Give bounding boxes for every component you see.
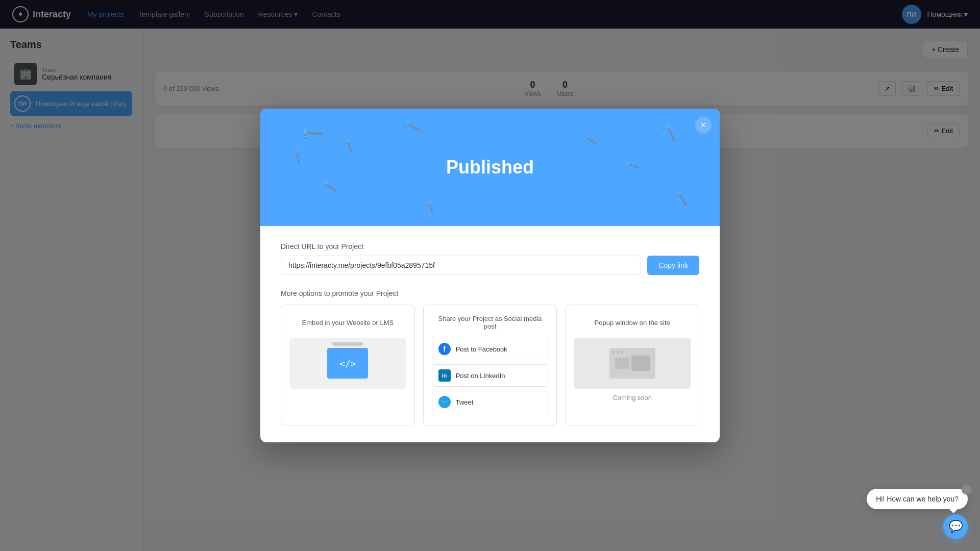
hammer-icon-8: 🔨 bbox=[672, 189, 691, 207]
hammer-icon-5: 🔨 bbox=[321, 179, 338, 196]
promote-cards: Embed in your Website or LMS </> Share y… bbox=[281, 305, 699, 426]
twitter-icon: 🐦 bbox=[438, 396, 451, 408]
popup-card-title: Popup window on the site bbox=[574, 313, 691, 332]
hammer-icon-1: 🔨 bbox=[297, 119, 325, 147]
popup-rect-1 bbox=[615, 358, 629, 369]
published-modal: 🔨 🔨 🔨 🔨 🔨 🔨 🔨 🔨 🔨 🔨 Published × Direct U… bbox=[260, 109, 720, 442]
embed-inner: </> bbox=[327, 348, 368, 379]
url-label: Direct URL to your Project bbox=[281, 242, 699, 251]
hammer-icon-3: 🔨 bbox=[401, 116, 422, 137]
social-card-title: Share your Project as Social media post bbox=[432, 313, 549, 332]
facebook-icon: f bbox=[438, 343, 451, 355]
hammer-icon-7: 🔨 bbox=[623, 157, 641, 174]
modal-header: 🔨 🔨 🔨 🔨 🔨 🔨 🔨 🔨 🔨 🔨 Published × bbox=[260, 109, 720, 226]
hammer-icon-6: 🔨 bbox=[659, 122, 680, 143]
linkedin-button[interactable]: in Post on LinkedIn bbox=[432, 364, 549, 387]
dot-3 bbox=[621, 351, 623, 354]
popup-rect-2 bbox=[631, 356, 650, 371]
dot-2 bbox=[617, 351, 619, 354]
code-icon: </> bbox=[339, 358, 356, 369]
popup-inner bbox=[609, 348, 655, 379]
coming-soon-text: Coming soon bbox=[574, 394, 691, 402]
embed-preview: </> bbox=[289, 338, 406, 389]
chat-close-button[interactable]: − bbox=[962, 485, 972, 495]
popup-preview bbox=[574, 338, 691, 389]
promote-label: More options to promote your Project bbox=[281, 289, 699, 297]
modal-overlay: 🔨 🔨 🔨 🔨 🔨 🔨 🔨 🔨 🔨 🔨 Published × Direct U… bbox=[0, 0, 980, 551]
popup-card: Popup window on the site Coming bbox=[565, 305, 699, 426]
twitter-button[interactable]: 🐦 Tweet bbox=[432, 391, 549, 413]
modal-body: Direct URL to your Project Copy link Mor… bbox=[260, 226, 720, 442]
url-input[interactable] bbox=[281, 256, 641, 275]
embed-bar bbox=[332, 342, 363, 346]
facebook-label: Post to Facebook bbox=[456, 345, 507, 353]
hammer-icon-9: 🔨 bbox=[582, 133, 599, 149]
hammer-icon-2: 🔨 bbox=[340, 137, 357, 155]
chat-widget: − Hi! How can we help you? 💬 bbox=[867, 489, 968, 539]
popup-dots bbox=[612, 351, 623, 354]
social-card: Share your Project as Social media post … bbox=[423, 305, 557, 426]
twitter-label: Tweet bbox=[456, 398, 474, 406]
dot-1 bbox=[612, 351, 615, 354]
modal-title: Published bbox=[446, 157, 534, 178]
hammer-icon-4: 🔨 bbox=[289, 147, 306, 164]
embed-card-title: Embed in your Website or LMS bbox=[289, 313, 406, 332]
chat-bubble-text: Hi! How can we help you? bbox=[876, 495, 959, 503]
copy-link-button[interactable]: Copy link bbox=[647, 256, 699, 275]
chat-open-button[interactable]: 💬 bbox=[943, 514, 968, 539]
linkedin-label: Post on LinkedIn bbox=[456, 372, 505, 380]
embed-card: Embed in your Website or LMS </> bbox=[281, 305, 415, 426]
facebook-button[interactable]: f Post to Facebook bbox=[432, 338, 549, 360]
hammer-icon-10: 🔨 bbox=[422, 198, 438, 215]
close-modal-button[interactable]: × bbox=[695, 117, 712, 133]
linkedin-icon: in bbox=[438, 369, 451, 382]
url-row: Copy link bbox=[281, 256, 699, 275]
chat-bubble: − Hi! How can we help you? bbox=[867, 489, 968, 509]
